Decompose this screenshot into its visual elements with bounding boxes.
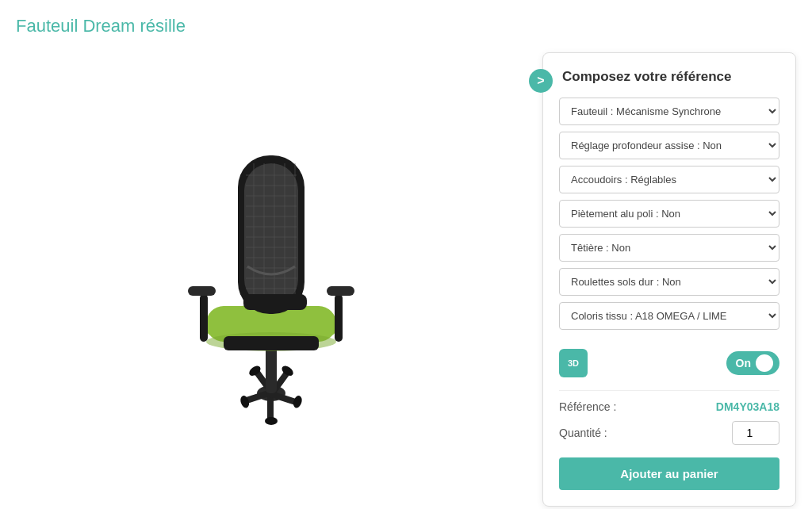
select-tetiere[interactable]: Têtière : Non Têtière : Oui: [559, 234, 779, 262]
main-content: > Composez votre référence Fauteuil : Mé…: [16, 52, 796, 507]
product-image: [121, 60, 422, 441]
select-pietement[interactable]: Piètement alu poli : Non Piètement alu p…: [559, 200, 779, 228]
panel-title: Composez votre référence: [559, 69, 779, 85]
svg-rect-35: [243, 294, 307, 310]
svg-rect-39: [327, 286, 354, 296]
reference-value: DM4Y03A18: [716, 400, 779, 413]
svg-rect-37: [188, 286, 216, 296]
config-panel: > Composez votre référence Fauteuil : Mé…: [542, 52, 796, 507]
toggle-row: 3D On: [559, 346, 779, 381]
reference-row: Référence : DM4Y03A18: [559, 400, 779, 413]
select-accoudoirs[interactable]: Accoudoirs : Réglables Accoudoirs : Fixe…: [559, 166, 779, 193]
toggle-switch[interactable]: On: [726, 351, 779, 375]
select-fauteuil[interactable]: Fauteuil : Mécanisme Synchrone Fauteuil …: [559, 98, 779, 125]
svg-rect-15: [224, 336, 319, 350]
toggle-knob: [756, 354, 773, 372]
svg-rect-36: [200, 294, 208, 342]
reference-label: Référence :: [559, 400, 616, 413]
page-title: Fauteuil Dream résille: [16, 16, 796, 36]
product-image-area: [16, 52, 527, 449]
divider: [559, 390, 779, 391]
panel-arrow[interactable]: >: [529, 69, 553, 93]
svg-rect-38: [335, 294, 343, 342]
quantity-label: Quantité :: [559, 427, 607, 439]
quantity-row: Quantité :: [559, 421, 779, 445]
svg-point-10: [292, 395, 303, 409]
select-coloris[interactable]: Coloris tissu : A18 OMEGA / LIME Coloris…: [559, 302, 779, 330]
3d-icon[interactable]: 3D: [559, 349, 588, 377]
select-roulettes[interactable]: Roulettes sols dur : Non Roulettes sols …: [559, 268, 779, 296]
svg-point-6: [265, 417, 278, 425]
svg-rect-17: [244, 163, 298, 306]
select-reglage[interactable]: Réglage profondeur assise : Non Réglage …: [559, 132, 779, 159]
add-to-cart-button[interactable]: Ajouter au panier: [559, 457, 779, 490]
toggle-label: On: [736, 357, 751, 369]
quantity-input[interactable]: [732, 421, 779, 445]
